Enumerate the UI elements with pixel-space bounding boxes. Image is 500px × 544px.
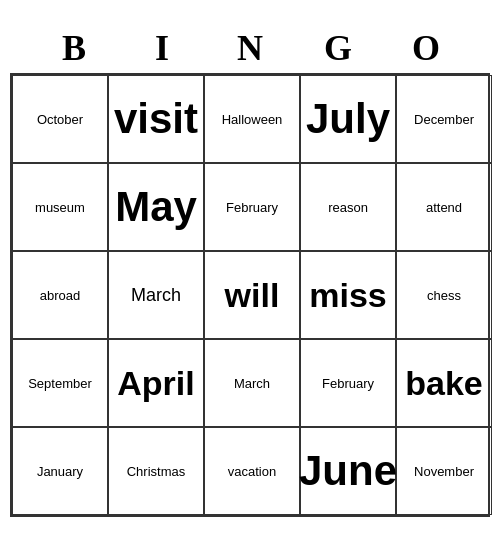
cell-2-4: chess xyxy=(396,251,492,339)
cell-0-0: October xyxy=(12,75,108,163)
cell-3-0: September xyxy=(12,339,108,427)
cell-1-3: reason xyxy=(300,163,396,251)
cell-2-0: abroad xyxy=(12,251,108,339)
cell-4-3: June xyxy=(300,427,396,515)
header-letter-O: O xyxy=(382,27,470,69)
cell-4-4: November xyxy=(396,427,492,515)
cell-3-4: bake xyxy=(396,339,492,427)
bingo-grid: OctobervisitHalloweenJulyDecembermuseumM… xyxy=(10,73,490,517)
cell-3-3: February xyxy=(300,339,396,427)
header-letter-I: I xyxy=(118,27,206,69)
cell-2-3: miss xyxy=(300,251,396,339)
cell-3-1: April xyxy=(108,339,204,427)
cell-1-4: attend xyxy=(396,163,492,251)
cell-0-1: visit xyxy=(108,75,204,163)
cell-1-2: February xyxy=(204,163,300,251)
cell-4-1: Christmas xyxy=(108,427,204,515)
cell-1-1: May xyxy=(108,163,204,251)
cell-4-0: January xyxy=(12,427,108,515)
cell-2-1: March xyxy=(108,251,204,339)
cell-3-2: March xyxy=(204,339,300,427)
cell-0-3: July xyxy=(300,75,396,163)
cell-1-0: museum xyxy=(12,163,108,251)
header-letter-B: B xyxy=(30,27,118,69)
bingo-header: BINGO xyxy=(26,27,474,69)
header-letter-N: N xyxy=(206,27,294,69)
cell-4-2: vacation xyxy=(204,427,300,515)
cell-0-2: Halloween xyxy=(204,75,300,163)
cell-2-2: will xyxy=(204,251,300,339)
cell-0-4: December xyxy=(396,75,492,163)
header-letter-G: G xyxy=(294,27,382,69)
